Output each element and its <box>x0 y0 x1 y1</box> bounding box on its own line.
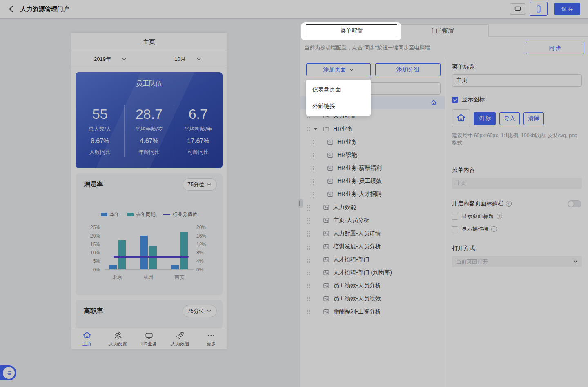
modal-overlay <box>0 0 588 387</box>
add-page-dropdown: 仪表盘页面外部链接 <box>306 80 371 116</box>
tab-menu-config[interactable]: 菜单配置 <box>306 24 397 37</box>
dropdown-item[interactable]: 外部链接 <box>306 98 371 114</box>
dropdown-item[interactable]: 仪表盘页面 <box>306 81 371 98</box>
app: 人力资源管理门户 保存 主页 2019年 10月 员工队伍 55总人数/人8.6… <box>0 0 588 387</box>
